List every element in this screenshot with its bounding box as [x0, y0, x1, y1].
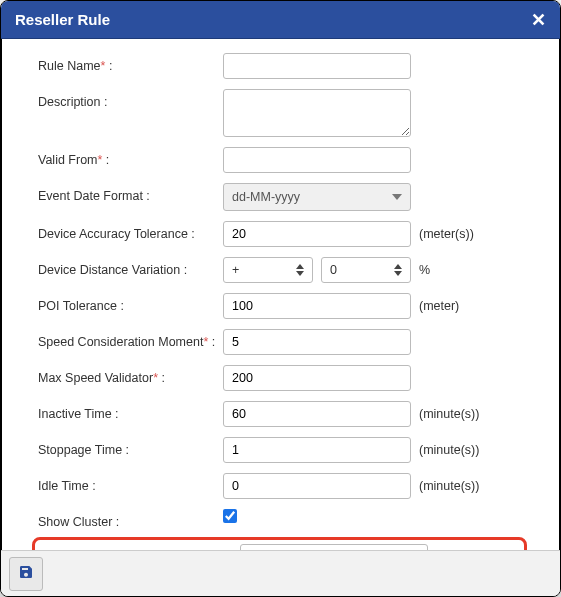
poi-tolerance-input[interactable]: [223, 293, 411, 319]
rule-name-label: Rule Name* :: [18, 53, 223, 73]
valid-from-label: Valid From* :: [18, 147, 223, 167]
field-max-speed-validator: Max Speed Validator* :: [18, 365, 543, 391]
field-inactive-time: Inactive Time : (minute(s)): [18, 401, 543, 427]
field-show-cluster: Show Cluster :: [18, 509, 543, 529]
speed-consideration-moment-input[interactable]: [223, 329, 411, 355]
modal-footer: [1, 550, 560, 596]
highlight-set-startup-screen: Set Startup Screen : ---Select---: [32, 537, 527, 550]
event-date-format-select[interactable]: dd-MM-yyyy: [223, 183, 411, 211]
device-accuracy-tolerance-label: Device Accuracy Tolerance :: [18, 221, 223, 241]
field-stoppage-time: Stoppage Time : (minute(s)): [18, 437, 543, 463]
reseller-rule-modal: Reseller Rule ✕ Rule Name* : Description…: [0, 0, 561, 597]
event-date-format-label: Event Date Format :: [18, 183, 223, 203]
speed-consideration-moment-label: Speed Consideration Moment* :: [18, 329, 223, 349]
field-valid-from: Valid From* :: [18, 147, 543, 173]
svg-marker-4: [394, 271, 402, 276]
modal-title: Reseller Rule: [15, 11, 110, 28]
modal-header: Reseller Rule ✕: [1, 1, 560, 39]
field-rule-name: Rule Name* :: [18, 53, 543, 79]
save-button[interactable]: [9, 557, 43, 591]
show-cluster-checkbox[interactable]: [223, 509, 237, 523]
inactive-time-input[interactable]: [223, 401, 411, 427]
stoppage-time-unit: (minute(s)): [419, 443, 479, 457]
updown-icon: [394, 264, 402, 276]
modal-body: Rule Name* : Description : Valid From* :…: [1, 39, 560, 550]
stoppage-time-input[interactable]: [223, 437, 411, 463]
field-description: Description :: [18, 89, 543, 137]
field-device-distance-variation: Device Distance Variation : + 0 %: [18, 257, 543, 283]
device-distance-variation-label: Device Distance Variation :: [18, 257, 223, 277]
chevron-down-icon: [392, 194, 402, 200]
device-distance-variation-sign-select[interactable]: +: [223, 257, 313, 283]
valid-from-input[interactable]: [223, 147, 411, 173]
field-event-date-format: Event Date Format : dd-MM-yyyy: [18, 183, 543, 211]
svg-marker-1: [296, 264, 304, 269]
save-icon: [18, 564, 34, 584]
close-icon[interactable]: ✕: [531, 9, 546, 31]
device-accuracy-tolerance-unit: (meter(s)): [419, 227, 474, 241]
event-date-format-value: dd-MM-yyyy: [232, 190, 300, 204]
stoppage-time-label: Stoppage Time :: [18, 437, 223, 457]
inactive-time-label: Inactive Time :: [18, 401, 223, 421]
svg-marker-0: [392, 194, 402, 200]
device-distance-variation-unit: %: [419, 263, 430, 277]
poi-tolerance-label: POI Tolerance :: [18, 293, 223, 313]
field-speed-consideration-moment: Speed Consideration Moment* :: [18, 329, 543, 355]
variation-value: 0: [330, 263, 337, 277]
field-device-accuracy-tolerance: Device Accuracy Tolerance : (meter(s)): [18, 221, 543, 247]
idle-time-input[interactable]: [223, 473, 411, 499]
max-speed-validator-input[interactable]: [223, 365, 411, 391]
updown-icon: [296, 264, 304, 276]
description-label: Description :: [18, 89, 223, 109]
show-cluster-label: Show Cluster :: [18, 509, 223, 529]
idle-time-unit: (minute(s)): [419, 479, 479, 493]
rule-name-input[interactable]: [223, 53, 411, 79]
description-input[interactable]: [223, 89, 411, 137]
idle-time-label: Idle Time :: [18, 473, 223, 493]
sign-value: +: [232, 263, 239, 277]
poi-tolerance-unit: (meter): [419, 299, 459, 313]
device-distance-variation-value-select[interactable]: 0: [321, 257, 411, 283]
svg-marker-2: [296, 271, 304, 276]
svg-marker-3: [394, 264, 402, 269]
max-speed-validator-label: Max Speed Validator* :: [18, 365, 223, 385]
field-idle-time: Idle Time : (minute(s)): [18, 473, 543, 499]
inactive-time-unit: (minute(s)): [419, 407, 479, 421]
device-accuracy-tolerance-input[interactable]: [223, 221, 411, 247]
field-poi-tolerance: POI Tolerance : (meter): [18, 293, 543, 319]
